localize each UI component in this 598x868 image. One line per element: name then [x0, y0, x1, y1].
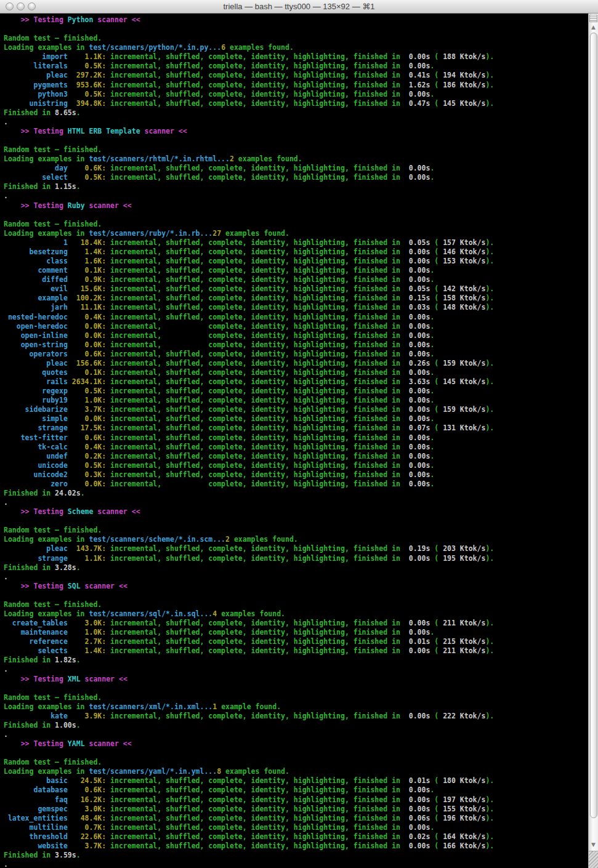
finished-text: Finished in — [4, 108, 55, 117]
file-size: 0.7K: — [68, 823, 106, 832]
test-steps: incremental, shuffled, complete, identit… — [106, 396, 400, 404]
line-period: . — [76, 108, 81, 117]
file-result-line: jarh 11.1K: incremental, shuffled, compl… — [4, 303, 588, 312]
paren-close: ). — [485, 359, 494, 368]
file-result-line: rails 2634.1K: incremental, shuffled, co… — [4, 377, 588, 387]
file-result-line: undef 0.2K: incremental, shuffled, compl… — [4, 452, 588, 461]
section-header-line: >> Testing SQL scanner << — [4, 582, 588, 591]
test-time: 0.26s — [400, 359, 430, 368]
section-total-time: 24.02s — [55, 489, 81, 497]
paren-close: ). — [485, 424, 494, 432]
test-time: 0.00s — [400, 396, 430, 404]
test-time: 0.00s — [400, 322, 430, 331]
test-time: 0.05s — [400, 284, 430, 293]
file-name: sidebarize — [4, 405, 68, 414]
file-result-line: faq 16.2K: incremental, shuffled, comple… — [4, 795, 588, 805]
file-result-line: multiline 0.7K: incremental, shuffled, c… — [4, 823, 588, 832]
file-size: 17.5K: — [68, 424, 106, 432]
paren-close: ). — [485, 377, 494, 386]
ktok-rate: 211 Ktok/s — [443, 619, 485, 627]
scanner-name: YAML — [68, 739, 85, 748]
loading-text: Loading examples in — [4, 43, 89, 52]
file-size: 48.4K: — [68, 814, 106, 822]
ktok-rate: 180 Ktok/s — [443, 776, 485, 785]
file-size: 0.9K: — [68, 275, 106, 284]
ktok-rate: 186 Ktok/s — [443, 81, 485, 89]
scrollbar-thumb[interactable] — [590, 33, 597, 818]
ktok-rate: 159 Ktok/s — [443, 405, 485, 414]
paren-close: ). — [485, 712, 494, 720]
test-steps: incremental, shuffled, complete, identit… — [106, 90, 400, 98]
scroll-down-arrow-icon[interactable]: ▼ — [589, 841, 598, 848]
ktok-rate: 188 Ktok/s — [443, 52, 485, 61]
finished-line: Finished in 3.28s. — [4, 563, 588, 573]
header-suffix: scanner << — [85, 201, 132, 210]
scanner-name: SQL — [68, 582, 81, 590]
line-period: . — [430, 368, 434, 377]
file-size: 0.6K: — [68, 433, 106, 442]
test-steps: incremental, shuffled, complete, identit… — [106, 461, 400, 470]
file-name: quotes — [4, 368, 68, 377]
random-test-line: Random test – finished. — [4, 693, 588, 702]
paren-open: ( — [430, 776, 443, 785]
test-steps: incremental, shuffled, complete, identit… — [106, 238, 400, 247]
test-steps: incremental, shuffled, complete, identit… — [106, 832, 400, 841]
file-result-line: import 1.1K: incremental, shuffled, comp… — [4, 52, 588, 62]
test-steps: incremental, shuffled, complete, identit… — [106, 805, 400, 813]
file-result-line: pleac 297.2K: incremental, shuffled, com… — [4, 71, 588, 80]
file-name: python3 — [4, 90, 68, 98]
finished-text: Finished in — [4, 182, 55, 191]
dot-line: . — [4, 860, 588, 868]
file-result-line: pleac 143.7K: incremental, shuffled, com… — [4, 544, 588, 553]
blank-line — [4, 516, 588, 526]
file-size: 0.0K: — [68, 480, 106, 488]
file-name: import — [4, 52, 68, 61]
file-name: open-heredoc — [4, 322, 68, 331]
random-test-text: Random test – finished. — [4, 145, 102, 154]
file-size: 18.4K: — [68, 238, 106, 247]
test-time: 3.63s — [400, 377, 430, 386]
dot-line: . — [4, 730, 588, 739]
file-name: select — [4, 173, 68, 182]
random-test-line: Random test – finished. — [4, 220, 588, 229]
file-size: 22.6K: — [68, 832, 106, 841]
test-steps: incremental, shuffled, complete, identit… — [106, 81, 400, 89]
file-size: 0.1K: — [68, 266, 106, 275]
paren-open: ( — [430, 712, 443, 720]
loading-text: Loading examples in — [4, 155, 89, 163]
paren-close: ). — [485, 284, 494, 293]
examples-count: 27 — [212, 229, 221, 238]
test-steps: incremental, complete, identity, highlig… — [106, 340, 400, 349]
loading-text: Loading examples in — [4, 535, 89, 544]
file-name: selects — [4, 646, 68, 655]
found-text: examples found. — [225, 43, 294, 52]
file-name: diffed — [4, 275, 68, 284]
section-total-time: 1.15s — [55, 182, 76, 191]
file-name: strange — [4, 424, 68, 432]
file-name: class — [4, 257, 68, 265]
line-period: . — [430, 387, 434, 395]
found-text: example found. — [217, 702, 281, 711]
test-time: 0.00s — [400, 405, 430, 414]
ktok-rate: 159 Ktok/s — [443, 359, 485, 368]
dot-line: . — [4, 191, 588, 201]
paren-open: ( — [430, 71, 443, 79]
file-result-line: operators 0.6K: incremental, shuffled, c… — [4, 350, 588, 359]
file-result-line: open-string 0.0K: incremental, complete,… — [4, 340, 588, 350]
test-time: 0.00s — [400, 452, 430, 460]
paren-close: ). — [485, 303, 494, 311]
file-size: 297.2K: — [68, 71, 106, 79]
test-time: 0.00s — [400, 712, 430, 720]
scrollbar-menu-button[interactable] — [589, 15, 597, 22]
scroll-up-arrow-icon[interactable]: ▲ — [589, 23, 598, 31]
window-resize-grip[interactable] — [589, 851, 598, 868]
test-time: 0.00s — [400, 62, 430, 70]
random-test-line: Random test – finished. — [4, 526, 588, 535]
section-header-line: >> Testing Ruby scanner << — [4, 201, 588, 211]
file-result-line: example 100.2K: incremental, shuffled, c… — [4, 294, 588, 303]
terminal-screen[interactable]: >> Testing Python scanner <<Random test … — [0, 14, 588, 868]
progress-dot: . — [4, 498, 8, 507]
file-result-line: unicode2 0.3K: incremental, shuffled, co… — [4, 470, 588, 480]
scrollbar-track[interactable]: ▲ ▼ — [588, 14, 598, 868]
line-period: . — [430, 350, 434, 358]
